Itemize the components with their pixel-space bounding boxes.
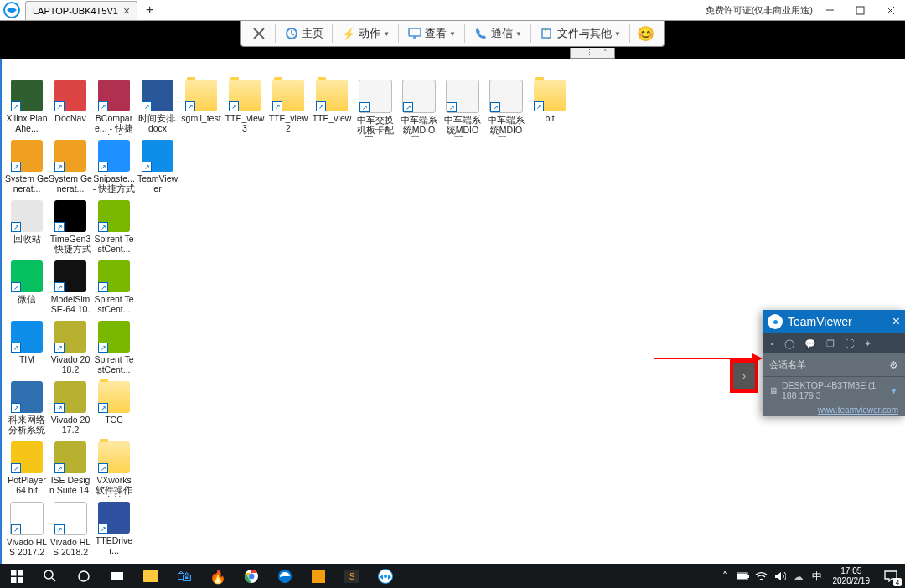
more-icon[interactable]: ✦: [864, 338, 871, 349]
panel-header[interactable]: TeamViewer ×: [763, 310, 905, 333]
desktop-icon[interactable]: ↗TTEDriver...: [92, 502, 136, 555]
desktop-icon[interactable]: ↗回收站: [5, 200, 49, 244]
desktop-icon[interactable]: ↗Snipaste... - 快捷方式: [92, 140, 136, 193]
shortcut-arrow-icon: ↗: [272, 101, 282, 111]
session-tab[interactable]: LAPTOP-UBK4T5V1 ×: [25, 1, 137, 20]
onedrive-icon[interactable]: ☁: [789, 564, 808, 588]
chat-icon[interactable]: 💬: [804, 338, 816, 349]
fullscreen-icon[interactable]: ⛶: [845, 338, 854, 348]
battery-icon[interactable]: [734, 564, 752, 588]
desktop-icon[interactable]: ↗中车交换机板卡配置.txt: [354, 80, 397, 137]
taskbar-app[interactable]: 🔥: [201, 564, 235, 588]
desktop-icon[interactable]: ↗微信: [5, 260, 49, 304]
clock[interactable]: 17:05 2020/2/19: [826, 566, 877, 586]
desktop-icon[interactable]: ↗ISE Design Suite 14.6: [49, 441, 92, 497]
toolbar-area: 主页 ⚡ 动作 ▼ 查看 ▼ 通信 ▼ 文件与其他 ▼ 😊 ⋮⋮⋮: [0, 21, 905, 59]
taskbar-app-edge[interactable]: [268, 564, 302, 588]
close-session-button[interactable]: [248, 24, 270, 43]
desktop-icon[interactable]: ↗科来网络分析系统 8.0 技...: [5, 381, 49, 436]
home-icon: [284, 26, 299, 41]
chevron-down-icon: ▼: [515, 30, 522, 38]
action-center-button[interactable]: 4: [877, 564, 905, 588]
tray-chevron-up-icon[interactable]: ˄: [716, 564, 734, 588]
remote-desktop[interactable]: ↗Xilinx PlanAhe...↗DocNav↗BCompare... - …: [0, 59, 905, 564]
icon-label: 微信: [5, 294, 49, 304]
remote-name: DESKTOP-4B3TM3E (1 188 179 3: [782, 380, 887, 400]
teamviewer-link[interactable]: www.teamviewer.com: [818, 405, 898, 415]
taskbar-app[interactable]: S: [335, 564, 369, 588]
task-view-button[interactable]: [101, 564, 134, 588]
view-button[interactable]: 查看 ▼: [404, 24, 459, 43]
desktop-icon[interactable]: ↗TimeGen3 - 快捷方式: [49, 200, 92, 254]
home-label: 主页: [302, 26, 323, 41]
desktop-icon[interactable]: ↗BCompare... - 快捷方式: [92, 80, 136, 135]
close-tab-icon[interactable]: ×: [123, 5, 130, 17]
desktop-icons: ↗Xilinx PlanAhe...↗DocNav↗BCompare... - …: [5, 80, 571, 562]
desktop-icon[interactable]: ↗TCC: [92, 381, 136, 425]
desktop-icon[interactable]: ↗sgmii_test: [179, 80, 223, 123]
communicate-button[interactable]: 通信 ▼: [470, 24, 525, 43]
desktop-icon[interactable]: ↗DocNav: [49, 80, 92, 123]
session-list-header[interactable]: 会话名单 ⚙: [763, 353, 905, 377]
gear-icon[interactable]: ⚙: [889, 359, 898, 371]
desktop-icon[interactable]: ↗TTE_view: [310, 80, 354, 123]
desktop-icon[interactable]: ↗PotPlayer 64 bit: [5, 441, 49, 495]
video-icon[interactable]: ▪: [771, 338, 774, 348]
desktop-icon[interactable]: ↗Spirent TestCent...: [92, 260, 136, 314]
desktop-icon[interactable]: ↗TTE_view3: [223, 80, 266, 133]
start-button[interactable]: [0, 564, 34, 588]
minimize-button[interactable]: [814, 0, 845, 20]
taskbar-app-store[interactable]: 🛍: [168, 564, 201, 588]
new-tab-button[interactable]: +: [146, 3, 153, 18]
taskbar-app-teamviewer[interactable]: [369, 564, 402, 588]
desktop-icon[interactable]: ↗System Generat...: [49, 140, 92, 193]
ime-indicator[interactable]: 中: [808, 564, 826, 588]
shortcut-arrow-icon: ↗: [11, 463, 21, 473]
copy-icon[interactable]: ❐: [826, 338, 835, 349]
desktop-icon[interactable]: ↗Vivado 2017.2: [49, 381, 92, 435]
desktop-icon[interactable]: ↗Spirent TestCent...: [92, 200, 136, 254]
taskbar-app[interactable]: [302, 564, 335, 588]
desktop-icon[interactable]: ↗bit: [528, 80, 571, 123]
desktop-icon[interactable]: ↗TTE_view2: [266, 80, 310, 133]
taskbar-app-explorer[interactable]: [134, 564, 168, 588]
feedback-button[interactable]: 😊: [635, 24, 657, 43]
wifi-icon[interactable]: [752, 564, 771, 588]
shortcut-arrow-icon: ↗: [54, 222, 65, 232]
desktop-icon[interactable]: ↗中车端系统MDIO配...: [484, 80, 528, 137]
volume-icon[interactable]: [771, 564, 789, 588]
desktop-icon[interactable]: ↗TIM: [5, 321, 49, 364]
desktop-icon[interactable]: ↗VXworks软件操作方法: [92, 441, 136, 497]
search-button[interactable]: [34, 564, 67, 588]
maximize-button[interactable]: [845, 0, 875, 20]
desktop-icon[interactable]: ↗Vivado HLS 2017.2: [5, 502, 49, 557]
cortana-button[interactable]: [67, 564, 101, 588]
icon-label: ModelSim SE-64 10.5: [49, 294, 92, 316]
files-button[interactable]: 文件与其他 ▼: [536, 24, 624, 43]
icon-label: ISE Design Suite 14.6: [49, 475, 92, 497]
panel-close-icon[interactable]: ×: [892, 314, 900, 329]
icon-label: DocNav: [49, 113, 92, 123]
desktop-icon[interactable]: ↗Vivado HLS 2018.2: [49, 502, 92, 557]
session-item[interactable]: 🖥 DESKTOP-4B3TM3E (1 188 179 3 ▼: [763, 377, 905, 404]
taskbar-app-chrome[interactable]: [235, 564, 268, 588]
chevron-down-icon[interactable]: ▼: [890, 385, 898, 395]
desktop-icon[interactable]: ↗中车端系统MDIO配...: [397, 80, 441, 137]
desktop-icon[interactable]: ↗ModelSim SE-64 10.5: [49, 260, 92, 316]
shortcut-arrow-icon: ↗: [316, 101, 326, 111]
desktop-icon[interactable]: ↗Spirent TestCent...: [92, 321, 136, 374]
actions-button[interactable]: ⚡ 动作 ▼: [338, 24, 393, 43]
desktop-icon[interactable]: ↗Xilinx PlanAhe...: [5, 80, 49, 133]
desktop-icon[interactable]: ↗中车端系统MDIO配...: [441, 80, 484, 137]
desktop-icon[interactable]: ↗TeamViewer: [136, 140, 179, 193]
desktop-icon[interactable]: ↗System Generat...: [5, 140, 49, 193]
icon-label: TTE_view2: [266, 113, 310, 133]
desktop-icon[interactable]: ↗时间安排.docx: [136, 80, 179, 133]
headset-icon[interactable]: ◯: [784, 338, 794, 349]
close-button[interactable]: [875, 0, 905, 20]
home-button[interactable]: 主页: [281, 24, 327, 43]
panel-collapse-button[interactable]: ›: [733, 363, 755, 389]
toolbar-grip[interactable]: ⋮⋮⋮˄: [570, 48, 615, 59]
shortcut-arrow-icon: ↗: [98, 463, 108, 473]
desktop-icon[interactable]: ↗Vivado 2018.2: [49, 321, 92, 374]
